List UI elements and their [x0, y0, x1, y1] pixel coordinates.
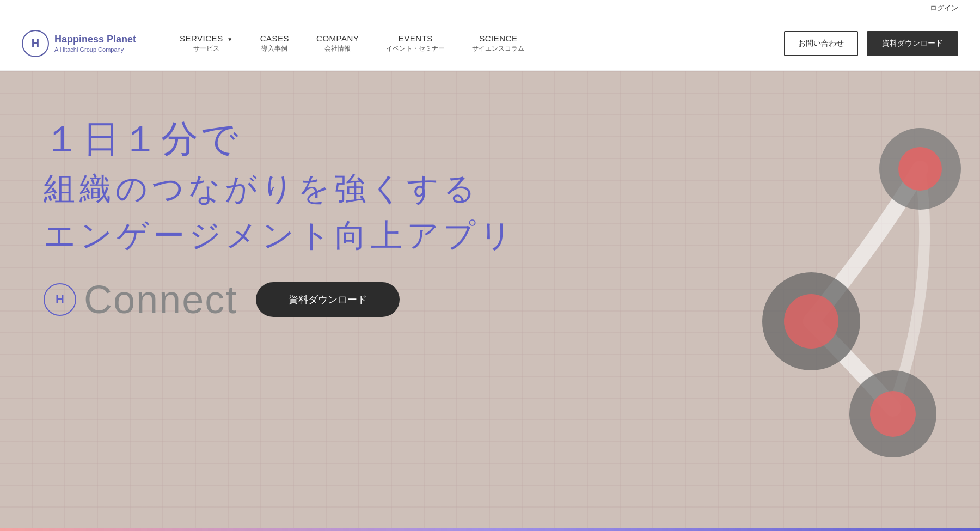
nav-item-company[interactable]: COMPANY 会社情報	[316, 34, 359, 53]
svg-point-5	[870, 391, 916, 437]
nav-item-events[interactable]: EVENTS イベント・セミナー	[386, 34, 445, 53]
nav-item-services[interactable]: SERVICES ▼ サービス	[180, 34, 233, 53]
nav-links: SERVICES ▼ サービス CASES 導入事例 COMPANY 会社情報 …	[180, 34, 784, 53]
nav-item-cases[interactable]: CASES 導入事例	[260, 34, 289, 53]
hero-network-graphic	[599, 71, 980, 528]
bottom-gradient-bar	[0, 528, 980, 531]
logo-name: Happiness Planet	[54, 34, 136, 45]
hero-title-line1: １日１分で	[44, 114, 516, 162]
nav-actions: お問い合わせ 資料ダウンロード	[784, 31, 958, 56]
contact-button[interactable]: お問い合わせ	[784, 31, 858, 56]
login-link[interactable]: ログイン	[930, 3, 958, 13]
nav-item-science[interactable]: SCIENCE サイエンスコラム	[472, 34, 524, 53]
navbar: H Happiness Planet A Hitachi Group Compa…	[0, 16, 980, 71]
hero-connect-text: Connect	[84, 277, 237, 322]
logo-area[interactable]: H Happiness Planet A Hitachi Group Compa…	[22, 30, 136, 57]
hero-content: １日１分で 組織のつながりを強くする エンゲージメント向上アプリ H Conne…	[44, 114, 516, 322]
hero-section: １日１分で 組織のつながりを強くする エンゲージメント向上アプリ H Conne…	[0, 71, 980, 528]
hero-title-line3: エンゲージメント向上アプリ	[44, 215, 516, 255]
logo-sub: A Hitachi Group Company	[54, 46, 136, 53]
chevron-down-icon: ▼	[227, 36, 232, 42]
svg-point-1	[898, 147, 942, 191]
top-bar: ログイン	[0, 0, 980, 16]
hero-logo-icon: H	[44, 283, 76, 316]
hero-logo-row: H Connect 資料ダウンロード	[44, 277, 516, 322]
logo-icon: H	[22, 30, 49, 57]
download-button-header[interactable]: 資料ダウンロード	[867, 31, 958, 56]
hero-title-line2: 組織のつながりを強くする	[44, 168, 516, 209]
svg-point-3	[784, 294, 838, 349]
hero-download-button[interactable]: 資料ダウンロード	[256, 282, 400, 317]
